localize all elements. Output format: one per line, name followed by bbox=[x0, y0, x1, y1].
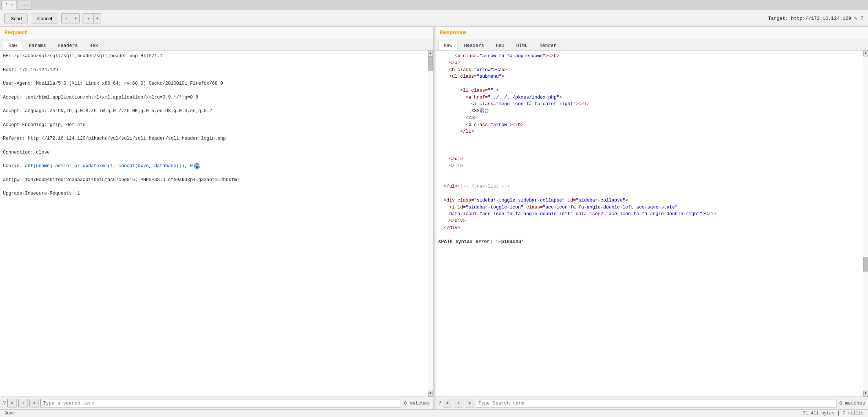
tab-1-close[interactable]: × bbox=[10, 3, 13, 7]
request-tab-raw[interactable]: Raw bbox=[3, 41, 22, 50]
response-scroll-track[interactable] bbox=[863, 56, 868, 391]
response-search-add[interactable]: + bbox=[454, 399, 463, 407]
cookie-value: ant[uname]=admin' or updatexml(1, concat… bbox=[25, 163, 201, 169]
back-nav[interactable]: ‹ ▾ bbox=[61, 13, 80, 23]
req-line-2: Host: 172.16.124.129 bbox=[3, 67, 425, 74]
request-scroll-down[interactable]: ▼ bbox=[428, 391, 433, 396]
status-right: 31,411 bytes | 7 millis bbox=[803, 411, 864, 416]
response-scroll-container: <b class="arrow fa fa-angle-down"></b> <… bbox=[435, 51, 868, 396]
request-panel-title: Request bbox=[0, 27, 433, 39]
req-line-7: Referer: http://172.16.124.129/pikachu/v… bbox=[3, 135, 425, 142]
resp-line-6: <a href="../../../pkxss/index.php"> bbox=[438, 95, 562, 100]
tab-1-label: 1 bbox=[6, 3, 8, 8]
response-tab-hex[interactable]: Hex bbox=[490, 41, 510, 50]
resp-line-blank5 bbox=[438, 170, 441, 176]
resp-line-2: </a> bbox=[438, 60, 460, 66]
resp-line-3: <b class="arrow"></b> bbox=[438, 67, 507, 73]
resp-line-10: <b class="arrow"></b> bbox=[438, 122, 524, 128]
toolbar: Send Cancel ‹ ▾ › ▾ Target: http://172.1… bbox=[0, 10, 868, 27]
response-panel: Response Raw Headers Hex HTML Render <b … bbox=[435, 27, 868, 409]
request-vertical-scrollbar[interactable]: ▲ ▼ bbox=[428, 51, 433, 396]
cookie-cursor: # bbox=[196, 163, 198, 169]
response-search-input[interactable] bbox=[476, 399, 836, 407]
request-scroll-track[interactable] bbox=[428, 56, 433, 391]
main-content: Request Raw Params Headers Hex GET /pika… bbox=[0, 27, 868, 409]
tab-more[interactable]: ... bbox=[18, 1, 32, 10]
target-info: Target: http://172.16.124.129 ✎ ? bbox=[768, 15, 864, 22]
request-search-matches: 0 matches bbox=[402, 401, 430, 406]
resp-line-8: XSS后台 bbox=[438, 108, 489, 114]
resp-line-1: <b class="arrow fa fa-angle-down"></b> bbox=[438, 53, 559, 59]
edit-target-icon[interactable]: ✎ bbox=[854, 15, 857, 22]
status-left: Done bbox=[4, 411, 15, 416]
resp-line-blank2 bbox=[438, 136, 441, 141]
request-tabs: Raw Params Headers Hex bbox=[0, 39, 433, 51]
request-panel: Request Raw Params Headers Hex GET /pika… bbox=[0, 27, 433, 409]
back-button[interactable]: ‹ bbox=[62, 14, 72, 23]
resp-line-18: </div> bbox=[438, 218, 466, 224]
response-code-area[interactable]: <b class="arrow fa fa-angle-down"></b> <… bbox=[435, 51, 863, 396]
forward-nav[interactable]: › ▾ bbox=[83, 13, 101, 23]
request-tab-hex[interactable]: Hex bbox=[84, 41, 103, 50]
help-target-icon[interactable]: ? bbox=[860, 15, 864, 22]
response-search-help-icon[interactable]: ? bbox=[438, 400, 441, 406]
resp-xpath-error: XPATH syntax error: '~pikachu' bbox=[438, 237, 524, 246]
response-search-next[interactable]: > bbox=[465, 399, 474, 407]
req-line-9: ant[pw]=10470c3b4b1fed12c3baac014be15fac… bbox=[3, 177, 425, 184]
back-dropdown[interactable]: ▾ bbox=[72, 14, 80, 23]
request-scroll-up[interactable]: ▲ bbox=[428, 51, 433, 56]
request-scroll-thumb[interactable] bbox=[428, 56, 433, 71]
request-search-input[interactable] bbox=[40, 399, 401, 407]
resp-line-4: <ul class="submenu"> bbox=[438, 74, 504, 79]
resp-line-16: <i id="sidebar-toggle-icon" class="ace-i… bbox=[438, 205, 678, 210]
send-button[interactable]: Send bbox=[4, 14, 28, 23]
response-search-prev[interactable]: < bbox=[443, 399, 452, 407]
response-tabs: Raw Headers Hex HTML Render bbox=[435, 39, 868, 51]
response-vertical-scrollbar[interactable]: ▲ ▼ bbox=[863, 51, 868, 396]
forward-button[interactable]: › bbox=[83, 14, 94, 23]
request-tab-params[interactable]: Params bbox=[23, 41, 51, 50]
response-scroll-thumb[interactable] bbox=[863, 257, 868, 272]
resp-line-blank8 bbox=[438, 232, 441, 237]
status-bar: Done 31,411 bytes | 7 millis bbox=[0, 409, 868, 417]
req-line-cookie: Cookie: ant[uname]=admin' or updatexml(1… bbox=[3, 163, 425, 170]
response-tab-render[interactable]: Render bbox=[534, 41, 562, 50]
cancel-button[interactable]: Cancel bbox=[31, 14, 58, 23]
resp-line-19: </div> bbox=[438, 225, 460, 230]
response-tab-raw[interactable]: Raw bbox=[438, 41, 458, 50]
req-line-3: User-Agent: Mozilla/5.0 (X11; Linux x86_… bbox=[3, 80, 425, 87]
forward-dropdown[interactable]: ▾ bbox=[94, 14, 101, 23]
response-search-matches: 0 matches bbox=[838, 401, 865, 406]
resp-line-7: <i class="menu-icon fa fa-caret-right"><… bbox=[438, 102, 590, 107]
request-scroll-container: GET /pikachu/vul/sqli/sqli_header/sqli_h… bbox=[0, 51, 433, 396]
request-tab-headers[interactable]: Headers bbox=[52, 41, 83, 50]
request-search-next[interactable]: > bbox=[29, 399, 39, 407]
resp-line-13: </li> bbox=[438, 163, 463, 169]
req-line-4: Accept: text/html,application/xhtml+xml,… bbox=[3, 94, 425, 101]
req-line-8: Connection: close bbox=[3, 149, 425, 156]
request-code-area[interactable]: GET /pikachu/vul/sqli/sqli_header/sqli_h… bbox=[0, 51, 428, 396]
tab-1[interactable]: 1 × bbox=[1, 1, 17, 10]
request-search-add[interactable]: + bbox=[18, 399, 28, 407]
resp-line-14: </ul><!-- /.nav-list --> bbox=[438, 184, 510, 189]
resp-line-blank1 bbox=[438, 81, 441, 86]
tab-bar: 1 × ... bbox=[0, 0, 868, 10]
response-scroll-up[interactable]: ▲ bbox=[863, 51, 868, 56]
response-scroll-down[interactable]: ▼ bbox=[863, 391, 868, 396]
resp-line-17: data-icon1="ace-icon fa fa-angle-double-… bbox=[438, 211, 716, 217]
response-tab-html[interactable]: HTML bbox=[511, 41, 533, 50]
response-panel-title: Response bbox=[435, 27, 868, 39]
request-search-help-icon[interactable]: ? bbox=[3, 400, 6, 406]
resp-line-blank6 bbox=[438, 177, 441, 182]
resp-line-11: </li> bbox=[438, 129, 474, 134]
resp-line-blank3 bbox=[438, 143, 441, 148]
response-search-bar: ? < + > 0 matches bbox=[435, 396, 868, 409]
resp-line-blank7 bbox=[438, 191, 441, 196]
request-search-prev[interactable]: < bbox=[7, 399, 17, 407]
request-search-bar: ? < + > 0 matches bbox=[0, 396, 433, 409]
req-line-10: Upgrade-Insecure-Requests: 1 bbox=[3, 190, 425, 197]
resp-line-5: <li class="" > bbox=[438, 88, 499, 93]
resp-line-blank4 bbox=[438, 150, 441, 155]
response-tab-headers[interactable]: Headers bbox=[459, 41, 490, 50]
target-url: Target: http://172.16.124.129 bbox=[768, 16, 851, 21]
